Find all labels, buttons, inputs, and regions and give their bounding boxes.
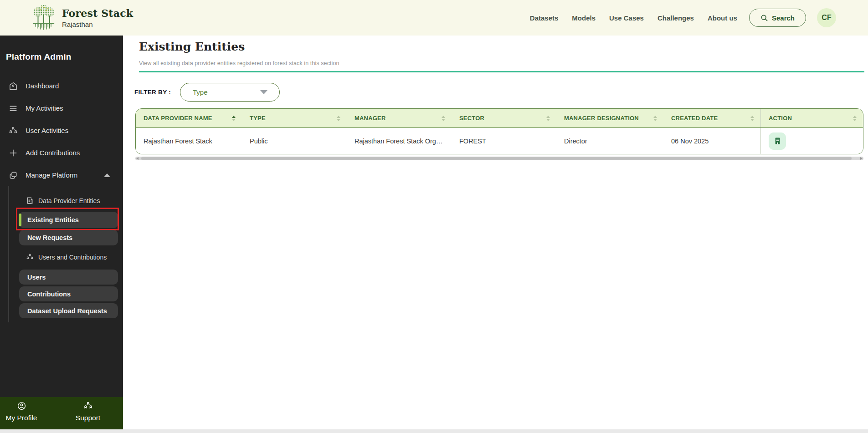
forest-trees-logo-icon (32, 5, 56, 31)
column-header-label: MANAGER (354, 115, 386, 122)
sidebar-item-label: Dashboard (26, 82, 59, 90)
submenu-item-dataset-upload-requests[interactable]: Dataset Upload Requests (19, 303, 118, 318)
column-header-sector[interactable]: SECTOR (452, 109, 556, 127)
dropdown-selected-value: Type (193, 88, 208, 96)
sort-icon[interactable] (441, 116, 446, 121)
entities-table: DATA PROVIDER NAME TYPE MANAGER SECTOR M… (135, 108, 863, 154)
submenu-item-label: Dataset Upload Requests (27, 307, 107, 315)
my-profile-label: My Profile (1, 414, 42, 422)
sidebar-item-label: My Activities (26, 104, 63, 112)
submenu-heading-users-and-contributions[interactable]: Users and Contributions (26, 253, 107, 261)
page-title: Existing Entities (139, 40, 245, 53)
search-button-label: Search (772, 14, 795, 22)
submenu-item-new-requests[interactable]: New Requests (19, 230, 118, 245)
brand-subtitle: Rajasthan (62, 20, 133, 28)
sidebar-submenu: Data Provider Entities Existing Entities… (8, 186, 119, 322)
sidebar-item-label: User Activities (26, 127, 68, 134)
column-header-label: SECTOR (459, 115, 484, 122)
app-root: Forest Stack Rajasthan Datasets Models U… (0, 0, 868, 433)
column-header-manager[interactable]: MANAGER (347, 109, 452, 127)
avatar[interactable]: CF (817, 8, 836, 27)
sidebar-item-label: Add Contributions (26, 149, 80, 157)
brand-title: Forest Stack (62, 7, 133, 19)
column-header-label: ACTION (769, 115, 792, 122)
page-subtitle: View all existing data provider entities… (139, 60, 339, 66)
submenu-item-contributions[interactable]: Contributions (19, 286, 118, 301)
type-filter-dropdown[interactable]: Type (180, 83, 280, 102)
submenu-heading-data-provider-entities[interactable]: Data Provider Entities (26, 197, 100, 204)
submenu-item-label: Existing Entities (27, 216, 79, 224)
sidebar-item-user-activities[interactable]: User Activities (0, 119, 123, 142)
filter-by-label: FILTER BY : (134, 89, 171, 96)
submenu-item-users[interactable]: Users (19, 270, 118, 285)
profile-icon (17, 401, 26, 411)
table-header-row: DATA PROVIDER NAME TYPE MANAGER SECTOR M… (136, 109, 863, 128)
column-header-action[interactable]: ACTION (760, 109, 863, 127)
caret-down-icon (260, 90, 267, 94)
page-horizontal-scrollbar[interactable] (0, 429, 868, 433)
search-button[interactable]: Search (749, 9, 806, 27)
cell-type: Public (242, 128, 347, 154)
sidebar: Platform Admin Dashboard My Activities (0, 36, 123, 429)
support-button[interactable]: Support (67, 401, 108, 422)
submenu-item-label: Contributions (27, 290, 71, 298)
search-icon (760, 14, 768, 22)
list-icon (9, 104, 18, 113)
brand[interactable]: Forest Stack Rajasthan (32, 5, 133, 31)
sidebar-item-add-contributions[interactable]: Add Contributions (0, 142, 123, 164)
sidebar-item-manage-platform[interactable]: Manage Platform (0, 164, 123, 186)
my-profile-button[interactable]: My Profile (1, 401, 42, 422)
top-header: Forest Stack Rajasthan Datasets Models U… (0, 0, 868, 36)
plus-icon (9, 148, 18, 158)
sort-icon[interactable] (853, 116, 857, 121)
sidebar-footer: My Profile Support (0, 397, 123, 429)
sort-icon[interactable] (231, 116, 236, 121)
cell-data-provider-name: Rajasthan Forest Stack (136, 128, 242, 154)
cell-manager: Rajasthan Forest Stack Org… (347, 128, 452, 154)
nav-item-datasets[interactable]: Datasets (530, 14, 559, 22)
scroll-right-arrow-icon[interactable] (860, 157, 863, 160)
cell-sector: FOREST (452, 128, 556, 154)
column-header-manager-designation[interactable]: MANAGER DESIGNATION (556, 109, 663, 127)
column-header-label: DATA PROVIDER NAME (144, 115, 212, 122)
column-header-label: MANAGER DESIGNATION (564, 115, 639, 122)
users-icon (26, 253, 34, 261)
nav-item-about-us[interactable]: About us (708, 14, 737, 22)
teal-divider (139, 71, 864, 72)
nav-item-models[interactable]: Models (572, 14, 596, 22)
sort-icon[interactable] (653, 116, 657, 121)
sidebar-nav: Dashboard My Activities (0, 75, 123, 186)
sort-icon[interactable] (546, 116, 550, 121)
column-header-created-date[interactable]: CREATED DATE (663, 109, 760, 127)
table-row[interactable]: Rajasthan Forest Stack Public Rajasthan … (136, 128, 863, 154)
table-horizontal-scrollbar[interactable] (135, 157, 863, 160)
sidebar-title: Platform Admin (6, 52, 72, 62)
sidebar-item-dashboard[interactable]: Dashboard (0, 75, 123, 97)
users-icon (9, 126, 18, 135)
scroll-left-arrow-icon[interactable] (136, 157, 139, 160)
column-header-data-provider-name[interactable]: DATA PROVIDER NAME (136, 109, 242, 127)
cell-manager-designation: Director (556, 128, 663, 154)
column-header-label: TYPE (250, 115, 266, 122)
submenu-item-existing-entities[interactable]: Existing Entities (19, 212, 118, 228)
submenu-item-label: Users (27, 274, 46, 281)
submenu-item-label: New Requests (27, 234, 72, 241)
sort-icon[interactable] (336, 116, 341, 121)
users-icon (83, 401, 93, 411)
column-header-label: CREATED DATE (671, 115, 718, 122)
top-nav: Datasets Models Use Cases Challenges Abo… (530, 14, 737, 22)
scrollbar-thumb[interactable] (141, 157, 852, 160)
submenu-heading-label: Users and Contributions (38, 254, 107, 261)
building-icon (773, 137, 782, 145)
nav-item-use-cases[interactable]: Use Cases (609, 14, 644, 22)
nav-item-challenges[interactable]: Challenges (657, 14, 694, 22)
active-accent-bar (19, 214, 21, 226)
column-header-type[interactable]: TYPE (242, 109, 347, 127)
sort-icon[interactable] (750, 116, 755, 121)
sidebar-item-my-activities[interactable]: My Activities (0, 97, 123, 119)
submenu-heading-label: Data Provider Entities (38, 197, 100, 204)
cell-created-date: 06 Nov 2025 (663, 128, 760, 154)
view-entity-button[interactable] (769, 132, 786, 150)
stack-icon (9, 171, 18, 180)
chevron-up-icon (104, 173, 110, 177)
